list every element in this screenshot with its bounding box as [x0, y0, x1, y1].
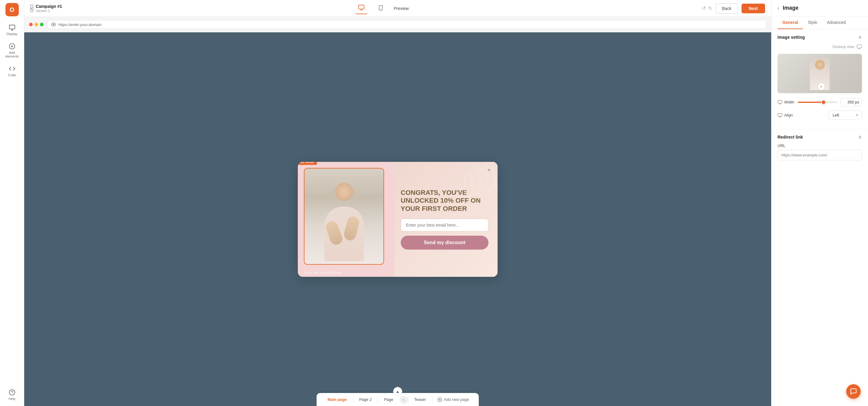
- desktop-device-button[interactable]: [355, 2, 368, 14]
- align-field-row: Align Left ▾: [777, 111, 862, 120]
- width-value-input[interactable]: [841, 98, 862, 106]
- campaign-title: Campaign #1: [36, 4, 62, 9]
- monitor-icon: [9, 24, 16, 31]
- svg-rect-9: [857, 45, 862, 48]
- tab-main-page[interactable]: Main page: [321, 393, 353, 406]
- next-button[interactable]: Next: [742, 4, 765, 13]
- top-bar-right: ↺ ↻ Back Next: [702, 3, 765, 13]
- sidebar-code-label: Code: [8, 73, 16, 77]
- width-label: Width: [777, 100, 794, 105]
- sidebar-item-help[interactable]: Help: [2, 387, 22, 403]
- url-field-label: URL: [777, 144, 862, 148]
- preview-label: Preview: [394, 6, 409, 11]
- redirect-link-title: Redirect link: [777, 135, 803, 139]
- svg-rect-4: [359, 5, 364, 9]
- image-setting-title: Image setting: [777, 35, 805, 40]
- image-setting-header: Image setting ∧: [777, 34, 862, 40]
- tab-general[interactable]: General: [777, 16, 803, 29]
- popup-heading: CONGRATS, YOU'VE UNLOCKED 10% OFF ON YOU…: [401, 189, 489, 213]
- panel-title: Image: [783, 5, 798, 11]
- mobile-icon: [378, 4, 383, 11]
- dropdown-arrow: ▾: [856, 113, 858, 117]
- sidebar-add-elements-label: Add elements: [4, 51, 21, 58]
- edit-mode-badge: Edit mode: [298, 162, 317, 165]
- desktop-view-icon: [857, 44, 862, 50]
- panel-back-button[interactable]: ‹: [777, 5, 779, 11]
- top-bar-center: Preview: [355, 2, 409, 14]
- bottom-tabs-container: ▲ Main page Page 2 Page › Teaser Add new…: [24, 393, 771, 406]
- browser-chrome: https://enter.your.domain: [24, 17, 771, 32]
- panel-tabs: General Style Advanced: [771, 16, 868, 29]
- browser-dot-yellow: [34, 23, 38, 26]
- browser-dots: [29, 23, 43, 26]
- image-setting-section: Image setting ∧ Desktop view +: [771, 29, 868, 129]
- tabs-wrapper: ▲ Main page Page 2 Page › Teaser Add new…: [317, 393, 478, 406]
- add-page-label: Add new page: [444, 397, 469, 402]
- panel-header: ‹ Image: [771, 0, 868, 16]
- campaign-info: Campaign #1 Variant 1: [36, 4, 62, 13]
- canvas-area: https://enter.your.domain: [24, 17, 771, 406]
- popup-modal: Edit mode CONGRATS, YOU'VE U: [298, 162, 498, 277]
- tab-teaser[interactable]: Teaser: [408, 393, 432, 406]
- undo-redo-group: ↺ ↻: [702, 5, 712, 11]
- svg-rect-11: [778, 114, 782, 116]
- browser-dot-green: [40, 23, 43, 26]
- right-panel: ‹ Image General Style Advanced Image set…: [771, 0, 868, 406]
- align-label: Align: [777, 113, 793, 118]
- width-icon: [777, 100, 782, 105]
- align-icon: [777, 113, 782, 118]
- add-page-button[interactable]: Add new page: [433, 395, 474, 405]
- popup-right: CONGRATS, YOU'VE UNLOCKED 10% OFF ON YOU…: [395, 162, 498, 277]
- variant-label: Variant 1: [36, 9, 62, 13]
- sidebar-item-add-elements[interactable]: Add elements: [2, 40, 22, 61]
- eye-icon: [51, 22, 56, 27]
- desktop-view-label: Desktop view: [833, 45, 854, 49]
- redirect-url-input[interactable]: [777, 150, 862, 160]
- redirect-link-section: Redirect link ∧ URL: [771, 129, 868, 165]
- top-bar-left: ‹ Campaign #1 Variant 1: [30, 4, 62, 13]
- browser-dot-red: [29, 23, 33, 26]
- plus-icon: [437, 397, 442, 402]
- collapse-tabs-button[interactable]: ▲: [393, 387, 402, 396]
- redo-button[interactable]: ↻: [708, 5, 712, 11]
- svg-rect-10: [778, 100, 782, 103]
- desktop-icon: [358, 4, 365, 11]
- popup-close-button[interactable]: ×: [485, 166, 493, 175]
- url-bar[interactable]: https://enter.your.domain: [47, 20, 766, 29]
- popup-email-input[interactable]: [401, 219, 489, 231]
- sidebar-help-label: Help: [8, 397, 16, 401]
- width-slider[interactable]: [798, 102, 837, 103]
- tab-style[interactable]: Style: [803, 16, 822, 29]
- sidebar-item-code[interactable]: Code: [2, 63, 22, 79]
- left-sidebar: O Display Add elements Code Help: [0, 0, 24, 406]
- sidebar-item-display[interactable]: Display: [2, 22, 22, 38]
- undo-button[interactable]: ↺: [702, 5, 706, 11]
- mobile-device-button[interactable]: [375, 3, 386, 14]
- campaign-back-button[interactable]: ‹: [30, 4, 33, 12]
- redirect-title-row: Redirect link ∧: [777, 134, 862, 140]
- image-preview-box[interactable]: +: [777, 54, 862, 93]
- tab-page-2[interactable]: Page 2: [353, 393, 378, 406]
- add-image-button[interactable]: +: [817, 83, 825, 90]
- svg-rect-0: [9, 25, 14, 29]
- image-setting-toggle[interactable]: ∧: [858, 34, 862, 40]
- chat-icon: [850, 388, 857, 395]
- popup-submit-button[interactable]: Send my discount: [401, 236, 489, 250]
- popup-footer: Made with ♥ by OptiMonk: [304, 271, 342, 274]
- plus-circle-icon: [9, 43, 16, 50]
- back-button[interactable]: Back: [716, 3, 738, 13]
- redirect-link-toggle[interactable]: ∧: [858, 134, 862, 140]
- top-bar: ‹ Campaign #1 Variant 1 Preview ↺ ↻ Back…: [24, 0, 771, 17]
- desktop-view-row: Desktop view: [777, 44, 862, 50]
- canvas-content: Edit mode CONGRATS, YOU'VE U: [24, 32, 771, 406]
- tab-advanced[interactable]: Advanced: [822, 16, 850, 29]
- popup-image[interactable]: [304, 168, 384, 265]
- app-logo: O: [5, 3, 19, 16]
- width-field-row: Width: [777, 98, 862, 106]
- chat-bubble[interactable]: [846, 384, 861, 399]
- help-circle-icon: [9, 389, 16, 396]
- svg-point-7: [53, 24, 54, 25]
- code-icon: [9, 65, 16, 72]
- tab-next-button[interactable]: ›: [400, 396, 408, 404]
- align-dropdown[interactable]: Left ▾: [829, 111, 862, 120]
